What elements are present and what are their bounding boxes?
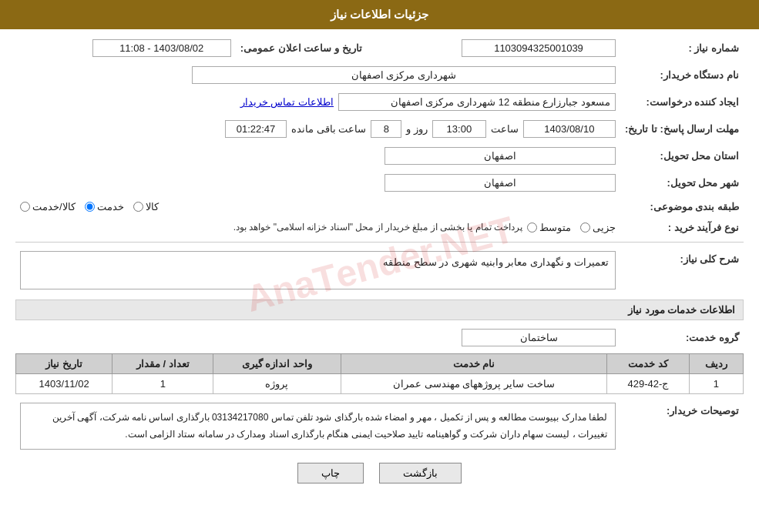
date-value: 1403/08/10 [523,120,616,138]
radio-mottasat-label: متوسط [539,222,571,233]
ostan-label: استان محل تحویل: [620,145,744,167]
radio-kala[interactable]: کالا [133,201,159,212]
radio-khadamat-label: خدمت [97,201,124,212]
radio-khadamat[interactable]: خدمت [85,201,124,212]
tabaqe-label: طبقه بندی موضوعی: [620,199,744,215]
name-dastgah-value: شهرداری مرکزی اصفهان [192,66,616,84]
radio-kala-label: کالا [146,201,159,212]
buyer-desc: لطفا مدارک بپیوست مطالعه و پس از تکمیل ،… [20,403,616,450]
buttons-row: چاپ بازگشت [15,463,744,483]
creator-value: مسعود جبارزارع منطقه 12 شهرداری مرکزی اص… [338,93,616,111]
noe-farayand-label: نوع فرآیند خرید : [620,219,744,236]
shomare-niaz-label: شماره نیاز : [620,37,744,59]
sharh-label: شرح کلی نیاز: [620,249,744,292]
shahr-value: اصفهان [385,174,616,192]
cell-vahed: پروژه [213,374,341,394]
announce-label: تاریخ و ساعت اعلان عمومی: [236,37,378,59]
table-row: 1ج-42-429ساخت سایر پروژههای مهندسی عمران… [16,374,744,394]
shomare-niaz-value: 1103094325001039 [462,39,616,57]
radio-jozee[interactable]: جزیی [580,222,616,233]
ostan-value: اصفهان [385,147,616,165]
services-section-title: اطلاعات خدمات مورد نیاز [15,299,744,320]
col-kod: کد خدمت [607,354,690,374]
time-label: ساعت [491,123,519,135]
page-title: جزئیات اطلاعات نیاز [0,0,759,29]
name-dastgah-label: نام دستگاه خریدار: [620,64,744,86]
announce-value: 1403/08/02 - 11:08 [92,39,231,57]
cell-tarikh: 1403/11/02 [16,374,113,394]
radio-jozee-label: جزیی [593,222,616,233]
back-button[interactable]: بازگشت [379,463,462,483]
remaining-label: ساعت باقی مانده [291,123,366,135]
time-value: 13:00 [432,120,486,138]
contact-link[interactable]: اطلاعات تماس خریدار [240,96,334,108]
services-table: ردیف کد خدمت نام خدمت واحد اندازه گیری ت… [15,353,744,394]
col-nam: نام خدمت [341,354,607,374]
noe-text: پرداخت تمام یا بخشی از مبلغ خریدار از مح… [233,222,522,233]
cell-kod: ج-42-429 [607,374,690,394]
sharh-value: تعمیرات و نگهداری معابر وابنیه شهری در س… [20,251,616,289]
mohlat-label: مهلت ارسال پاسخ: تا تاریخ: [620,118,744,140]
cell-radif: 1 [689,374,743,394]
col-vahed: واحد اندازه گیری [213,354,341,374]
creator-label: ایجاد کننده درخواست: [620,91,744,113]
day-label: روز و [406,123,428,135]
radio-mottasat[interactable]: متوسط [527,222,571,233]
shahr-label: شهر محل تحویل: [620,172,744,194]
group-value: ساختمان [462,329,616,346]
remaining-value: 01:22:47 [225,120,287,138]
print-button[interactable]: چاپ [297,463,364,483]
col-radif: ردیف [689,354,743,374]
day-value: 8 [371,120,401,138]
radio-kala-khadamat[interactable]: کالا/خدمت [20,201,76,212]
buyer-desc-label: توصیحات خریدار: [620,400,744,452]
col-tedad: تعداد / مقدار [113,354,213,374]
cell-tedad: 1 [113,374,213,394]
radio-kala-khadamat-label: کالا/خدمت [32,201,76,212]
group-label: گروه خدمت: [620,326,744,349]
cell-nam: ساخت سایر پروژههای مهندسی عمران [341,374,607,394]
col-tarikh: تاریخ نیاز [16,354,113,374]
